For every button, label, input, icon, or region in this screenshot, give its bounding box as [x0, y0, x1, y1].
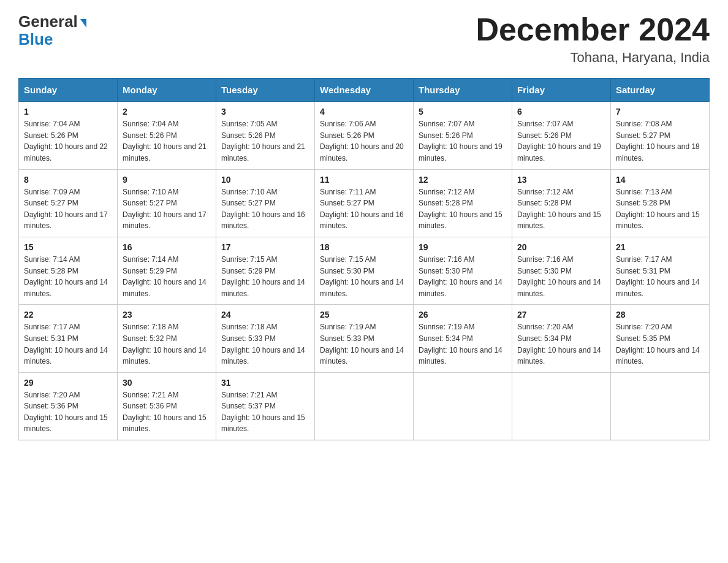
day-info: Sunrise: 7:21 AMSunset: 5:37 PMDaylight:…: [221, 389, 309, 435]
day-info: Sunrise: 7:15 AMSunset: 5:30 PMDaylight:…: [320, 254, 408, 299]
day-number: 9: [123, 175, 211, 185]
day-info: Sunrise: 7:16 AMSunset: 5:30 PMDaylight:…: [517, 254, 605, 299]
logo: General Blue: [18, 12, 86, 49]
calendar-week-row: 15Sunrise: 7:14 AMSunset: 5:28 PMDayligh…: [19, 237, 710, 304]
calendar-day-cell: 16Sunrise: 7:14 AMSunset: 5:29 PMDayligh…: [118, 237, 216, 304]
day-info: Sunrise: 7:07 AMSunset: 5:26 PMDaylight:…: [419, 118, 507, 164]
day-info: Sunrise: 7:10 AMSunset: 5:27 PMDaylight:…: [123, 186, 211, 232]
day-number: 6: [517, 107, 605, 117]
day-info: Sunrise: 7:19 AMSunset: 5:33 PMDaylight:…: [320, 321, 408, 367]
calendar-table: SundayMondayTuesdayWednesdayThursdayFrid…: [18, 78, 710, 440]
calendar-day-cell: [611, 372, 710, 440]
day-number: 11: [320, 175, 408, 185]
day-of-week-header: Monday: [118, 79, 216, 102]
day-number: 13: [517, 175, 605, 185]
day-of-week-header: Thursday: [414, 79, 512, 102]
day-number: 29: [24, 378, 112, 388]
calendar-day-cell: 2Sunrise: 7:04 AMSunset: 5:26 PMDaylight…: [118, 102, 216, 169]
day-number: 21: [616, 242, 704, 252]
day-number: 14: [616, 175, 704, 185]
calendar-day-cell: 30Sunrise: 7:21 AMSunset: 5:36 PMDayligh…: [118, 372, 216, 440]
day-number: 18: [320, 242, 408, 252]
calendar-week-row: 29Sunrise: 7:20 AMSunset: 5:36 PMDayligh…: [19, 372, 710, 440]
day-of-week-header: Tuesday: [216, 79, 315, 102]
day-number: 28: [616, 310, 704, 320]
location-text: Tohana, Haryana, India: [476, 50, 710, 66]
day-number: 10: [221, 175, 309, 185]
day-number: 24: [221, 310, 309, 320]
day-info: Sunrise: 7:21 AMSunset: 5:36 PMDaylight:…: [123, 389, 211, 435]
day-info: Sunrise: 7:12 AMSunset: 5:28 PMDaylight:…: [419, 186, 507, 232]
calendar-day-cell: 3Sunrise: 7:05 AMSunset: 5:26 PMDaylight…: [216, 102, 315, 169]
day-info: Sunrise: 7:04 AMSunset: 5:26 PMDaylight:…: [24, 118, 112, 164]
day-info: Sunrise: 7:04 AMSunset: 5:26 PMDaylight:…: [123, 118, 211, 164]
calendar-day-cell: 15Sunrise: 7:14 AMSunset: 5:28 PMDayligh…: [19, 237, 118, 304]
calendar-day-cell: 7Sunrise: 7:08 AMSunset: 5:27 PMDaylight…: [611, 102, 710, 169]
calendar-day-cell: 21Sunrise: 7:17 AMSunset: 5:31 PMDayligh…: [611, 237, 710, 304]
calendar-day-cell: 1Sunrise: 7:04 AMSunset: 5:26 PMDaylight…: [19, 102, 118, 169]
calendar-day-cell: 12Sunrise: 7:12 AMSunset: 5:28 PMDayligh…: [414, 169, 512, 237]
calendar-day-cell: 8Sunrise: 7:09 AMSunset: 5:27 PMDaylight…: [19, 169, 118, 237]
calendar-week-row: 8Sunrise: 7:09 AMSunset: 5:27 PMDaylight…: [19, 169, 710, 237]
calendar-day-cell: [414, 372, 512, 440]
day-number: 7: [616, 107, 704, 117]
month-title: December 2024: [476, 12, 710, 47]
day-number: 1: [24, 107, 112, 117]
day-info: Sunrise: 7:08 AMSunset: 5:27 PMDaylight:…: [616, 118, 704, 164]
day-number: 15: [24, 242, 112, 252]
day-info: Sunrise: 7:18 AMSunset: 5:33 PMDaylight:…: [221, 321, 309, 367]
calendar-day-cell: [512, 372, 611, 440]
day-number: 16: [123, 242, 211, 252]
calendar-day-cell: [315, 372, 414, 440]
calendar-day-cell: 24Sunrise: 7:18 AMSunset: 5:33 PMDayligh…: [216, 305, 315, 372]
calendar-day-cell: 10Sunrise: 7:10 AMSunset: 5:27 PMDayligh…: [216, 169, 315, 237]
calendar-day-cell: 28Sunrise: 7:20 AMSunset: 5:35 PMDayligh…: [611, 305, 710, 372]
calendar-day-cell: 19Sunrise: 7:16 AMSunset: 5:30 PMDayligh…: [414, 237, 512, 304]
day-number: 30: [123, 378, 211, 388]
day-of-week-header: Sunday: [19, 79, 118, 102]
day-number: 25: [320, 310, 408, 320]
day-number: 31: [221, 378, 309, 388]
logo-arrow-icon: [80, 19, 86, 28]
calendar-day-cell: 27Sunrise: 7:20 AMSunset: 5:34 PMDayligh…: [512, 305, 611, 372]
day-info: Sunrise: 7:20 AMSunset: 5:35 PMDaylight:…: [616, 321, 704, 367]
calendar-day-cell: 13Sunrise: 7:12 AMSunset: 5:28 PMDayligh…: [512, 169, 611, 237]
day-number: 26: [419, 310, 507, 320]
day-of-week-header: Wednesday: [315, 79, 414, 102]
logo-blue-text: Blue: [18, 30, 53, 49]
day-number: 8: [24, 175, 112, 185]
calendar-day-cell: 17Sunrise: 7:15 AMSunset: 5:29 PMDayligh…: [216, 237, 315, 304]
day-info: Sunrise: 7:09 AMSunset: 5:27 PMDaylight:…: [24, 186, 112, 232]
day-info: Sunrise: 7:20 AMSunset: 5:34 PMDaylight:…: [517, 321, 605, 367]
calendar-day-cell: 25Sunrise: 7:19 AMSunset: 5:33 PMDayligh…: [315, 305, 414, 372]
day-info: Sunrise: 7:14 AMSunset: 5:29 PMDaylight:…: [123, 254, 211, 299]
calendar-day-cell: 4Sunrise: 7:06 AMSunset: 5:26 PMDaylight…: [315, 102, 414, 169]
day-info: Sunrise: 7:13 AMSunset: 5:28 PMDaylight:…: [616, 186, 704, 232]
day-info: Sunrise: 7:11 AMSunset: 5:27 PMDaylight:…: [320, 186, 408, 232]
day-number: 5: [419, 107, 507, 117]
day-info: Sunrise: 7:15 AMSunset: 5:29 PMDaylight:…: [221, 254, 309, 299]
calendar-week-row: 1Sunrise: 7:04 AMSunset: 5:26 PMDaylight…: [19, 102, 710, 169]
page-header: General Blue December 2024 Tohana, Harya…: [18, 12, 710, 66]
calendar-day-cell: 23Sunrise: 7:18 AMSunset: 5:32 PMDayligh…: [118, 305, 216, 372]
day-number: 22: [24, 310, 112, 320]
calendar-day-cell: 20Sunrise: 7:16 AMSunset: 5:30 PMDayligh…: [512, 237, 611, 304]
calendar-day-cell: 6Sunrise: 7:07 AMSunset: 5:26 PMDaylight…: [512, 102, 611, 169]
day-number: 27: [517, 310, 605, 320]
day-info: Sunrise: 7:05 AMSunset: 5:26 PMDaylight:…: [221, 118, 309, 164]
day-number: 2: [123, 107, 211, 117]
day-info: Sunrise: 7:06 AMSunset: 5:26 PMDaylight:…: [320, 118, 408, 164]
day-info: Sunrise: 7:14 AMSunset: 5:28 PMDaylight:…: [24, 254, 112, 299]
logo-general-text: General: [18, 12, 78, 31]
day-of-week-header: Saturday: [611, 79, 710, 102]
calendar-day-cell: 22Sunrise: 7:17 AMSunset: 5:31 PMDayligh…: [19, 305, 118, 372]
day-info: Sunrise: 7:17 AMSunset: 5:31 PMDaylight:…: [616, 254, 704, 299]
day-info: Sunrise: 7:07 AMSunset: 5:26 PMDaylight:…: [517, 118, 605, 164]
day-number: 23: [123, 310, 211, 320]
day-number: 3: [221, 107, 309, 117]
calendar-day-cell: 31Sunrise: 7:21 AMSunset: 5:37 PMDayligh…: [216, 372, 315, 440]
day-info: Sunrise: 7:20 AMSunset: 5:36 PMDaylight:…: [24, 389, 112, 435]
day-info: Sunrise: 7:10 AMSunset: 5:27 PMDaylight:…: [221, 186, 309, 232]
day-info: Sunrise: 7:12 AMSunset: 5:28 PMDaylight:…: [517, 186, 605, 232]
calendar-day-cell: 18Sunrise: 7:15 AMSunset: 5:30 PMDayligh…: [315, 237, 414, 304]
